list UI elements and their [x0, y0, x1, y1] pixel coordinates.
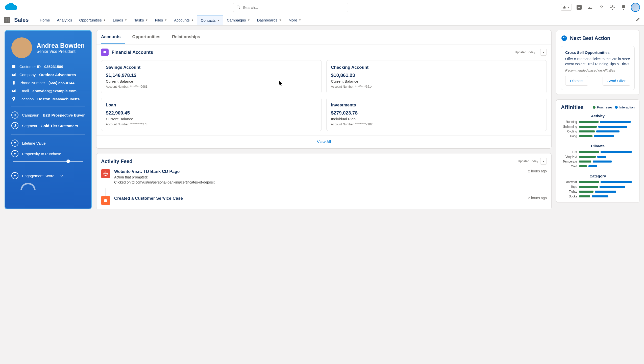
nav-item-home[interactable]: Home [36, 15, 54, 25]
contact-campaign: Campaign B2B Prospective Buyer [11, 111, 85, 119]
account-card[interactable]: Investments $279,023.78 Individual Plan … [326, 98, 547, 131]
nba-heading: Next Best Action [570, 35, 610, 41]
affinity-section: ClimateHot Very Hot Temperate Cold [556, 142, 639, 172]
location-icon [11, 97, 16, 101]
nba-recommendation: Recommended based on Affinities [565, 69, 630, 72]
financial-accounts-icon [101, 49, 109, 56]
tab-relationships[interactable]: Relationships [172, 30, 205, 44]
salesforce-logo[interactable] [4, 2, 20, 12]
contact-card: Andrea Bowden Senior Vice President Cust… [5, 30, 92, 209]
nav-item-opportunities[interactable]: Opportunities▼ [76, 15, 109, 25]
nav-item-contacts[interactable]: Contacts▼ [197, 15, 223, 25]
chevron-down-icon: ▼ [103, 19, 106, 21]
account-card[interactable]: Checking Account $10,861.23 Current Bala… [326, 60, 547, 93]
svg-rect-9 [104, 51, 106, 53]
bell-icon [621, 4, 627, 10]
contact-location: Location Boston, Massachusetts [11, 97, 85, 101]
affinity-row: Hiking [561, 134, 635, 138]
view-all-link[interactable]: View All [96, 135, 551, 148]
contact-email: Email abowden@example.com [11, 88, 85, 93]
affinity-row: Cold [561, 165, 635, 168]
pie-icon [13, 124, 17, 127]
case-icon [101, 196, 110, 205]
affinities-title: Affinities [561, 104, 590, 110]
trailhead-icon [587, 4, 593, 10]
financial-menu-button[interactable]: ▼ [540, 49, 547, 56]
contact-photo [11, 37, 32, 58]
star-icon [562, 5, 566, 9]
nav-item-files[interactable]: Files▼ [152, 15, 171, 25]
lifetime-value: Lifetime Value [11, 140, 85, 147]
global-search[interactable] [233, 3, 348, 12]
contact-title: Senior Vice President [37, 49, 85, 54]
help-button[interactable]: ? [598, 4, 605, 11]
user-avatar[interactable] [631, 3, 640, 12]
feed-item: Created a Customer Service Case 2 hours … [96, 196, 551, 209]
svg-rect-4 [13, 81, 15, 85]
affinity-section: ActivityRunning Swimming Cycling Hiking [556, 112, 639, 142]
affinity-row: Tops [561, 185, 635, 189]
contact-name: Andrea Bowden [37, 42, 85, 49]
feed-time: 2 hours ago [528, 196, 547, 200]
nav-item-analytics[interactable]: Analytics [54, 15, 76, 25]
activity-panel: Activity Feed Updated Today ▼ Website Vi… [96, 153, 552, 209]
app-launcher[interactable] [4, 17, 10, 23]
trailhead-button[interactable] [586, 4, 594, 11]
mail-icon [11, 88, 16, 93]
legend-purchases: Purchases [593, 105, 612, 109]
mail-icon [11, 72, 16, 77]
svg-point-2 [612, 7, 613, 8]
nav-items: HomeAnalyticsOpportunities▼Leads▼Tasks▼F… [36, 15, 305, 25]
affinity-row: Temperate [561, 160, 635, 163]
activity-menu-button[interactable]: ▼ [540, 158, 547, 165]
chevron-down-icon: ▼ [217, 19, 220, 22]
propensity: Propensity to Purchase [11, 150, 85, 157]
affinity-row: Cycling [561, 130, 635, 133]
edit-nav-button[interactable] [635, 17, 640, 23]
affinity-row: Socks [561, 195, 635, 198]
dismiss-button[interactable]: Dismiss [565, 76, 588, 86]
svg-text:?: ? [600, 4, 603, 10]
favorites-button[interactable]: ▼ [561, 4, 572, 11]
search-input[interactable] [243, 5, 345, 10]
affinity-row: Running [561, 120, 635, 124]
affinities-panel: Affinities Purchases Interaction Activit… [556, 99, 639, 203]
engagement-score: Engagement Score % [11, 172, 85, 179]
nav-item-campaigns[interactable]: Campaigns▼ [223, 15, 254, 25]
chevron-down-icon: ▼ [191, 19, 194, 21]
tab-accounts[interactable]: Accounts [101, 30, 125, 44]
propensity-slider[interactable] [13, 161, 83, 162]
send-offer-button[interactable]: Send Offer [603, 76, 630, 86]
affinity-row: Footwear [561, 180, 635, 184]
chevron-down-icon: ▼ [299, 19, 301, 21]
financial-updated: Updated Today [515, 51, 535, 54]
detail-tabs: AccountsOpportunitiesRelationships [96, 30, 551, 44]
timeline-connector [105, 188, 106, 196]
nba-text: Offer customer a ticket to the VIP in-st… [565, 57, 630, 66]
nav-item-more[interactable]: More▼ [285, 15, 305, 25]
cart-icon [13, 141, 17, 145]
phone-icon [11, 80, 16, 85]
notifications-button[interactable] [620, 4, 627, 11]
feed-time: 2 hours ago [528, 169, 547, 173]
contact-company: Company Outdoor Adventures [11, 72, 85, 77]
account-card[interactable]: Savings Account $1,146,978.12 Current Ba… [101, 60, 322, 93]
nav-item-tasks[interactable]: Tasks▼ [131, 15, 151, 25]
activity-updated: Updated Today [518, 160, 538, 163]
svg-rect-12 [105, 199, 106, 199]
pencil-icon [635, 17, 640, 22]
app-name: Sales [14, 17, 29, 23]
question-icon: ? [598, 4, 604, 10]
id-icon [11, 64, 16, 69]
setup-button[interactable] [609, 4, 616, 11]
nav-item-accounts[interactable]: Accounts▼ [170, 15, 197, 25]
tab-opportunities[interactable]: Opportunities [132, 30, 165, 44]
account-card[interactable]: Loan $22,900.45 Current Balance Account … [101, 98, 322, 131]
feed-subtitle: Action that prompted: [114, 175, 524, 179]
nav-item-leads[interactable]: Leads▼ [109, 15, 131, 25]
accounts-panel: AccountsOpportunitiesRelationships Finan… [96, 30, 552, 149]
gear-icon [609, 4, 615, 10]
nav-item-dashboards[interactable]: Dashboards▼ [254, 15, 285, 25]
add-button[interactable] [575, 4, 583, 11]
affinity-row: Hot [561, 150, 635, 154]
